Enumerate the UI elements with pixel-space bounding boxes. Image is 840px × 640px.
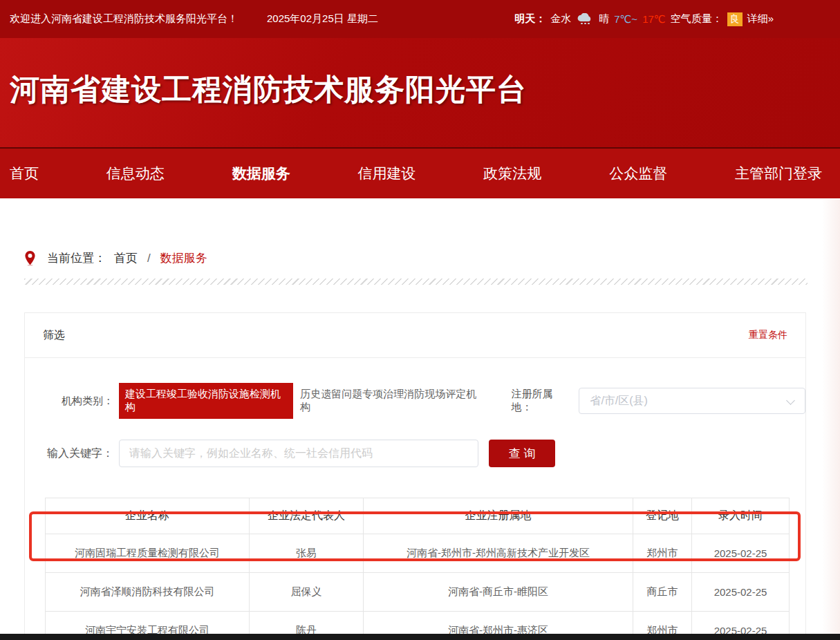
filter-panel: 筛选 重置条件 机构类别： 建设工程竣工验收消防设施检测机构 历史遗留问题专项治… <box>24 312 806 640</box>
cell-company-name: 河南固瑞工程质量检测有限公司 <box>46 534 250 573</box>
nav-item-data-service[interactable]: 数据服务 <box>232 164 290 183</box>
category-label: 机构类别： <box>25 395 113 408</box>
table-row: 河南固瑞工程质量检测有限公司 张易 河南省-郑州市-郑州高新技术产业开发区 郑州… <box>46 534 790 573</box>
main-nav: 首页 信息动态 数据服务 信用建设 政策法规 公众监督 主管部门登录 <box>0 149 840 198</box>
weather-district: 金水 <box>550 12 571 26</box>
category-option-unselected[interactable]: 历史遗留问题专项治理消防现场评定机构 <box>300 388 482 414</box>
weather-widget: 明天： 金水 晴 7℃~ 17℃ 空气质量： 良 详细» <box>514 12 774 26</box>
current-date: 2025年02月25日 星期二 <box>267 12 378 26</box>
cell-record-place: 郑州市 <box>633 534 692 573</box>
col-header-entry-date: 录入时间 <box>692 498 790 534</box>
search-button[interactable]: 查 询 <box>489 440 555 467</box>
nav-item-credit[interactable]: 信用建设 <box>357 164 416 183</box>
slash-divider <box>24 279 808 285</box>
bottom-edge-bar <box>0 634 840 640</box>
filter-panel-header: 筛选 重置条件 <box>25 313 805 358</box>
site-header: 河南省建设工程消防技术服务阳光平台 <box>0 38 840 149</box>
weather-condition: 晴 <box>599 12 609 26</box>
nav-item-admin-login[interactable]: 主管部门登录 <box>735 164 822 183</box>
region-label: 注册所属地： <box>512 388 572 414</box>
keyword-input[interactable] <box>119 440 478 467</box>
table-row: 河南省泽顺消防科技有限公司 屈保义 河南省-商丘市-睢阳区 商丘市 2025-0… <box>46 573 790 612</box>
welcome-text: 欢迎进入河南省建设工程消防技术服务阳光平台！ <box>10 12 238 26</box>
col-header-registered-location: 企业注册属地 <box>364 498 633 534</box>
location-pin-icon <box>24 250 36 266</box>
keyword-filter-row: 输入关键字： 查 询 <box>25 440 805 467</box>
temp-low: 7℃~ <box>614 13 637 26</box>
breadcrumb-prefix: 当前位置： <box>47 250 106 266</box>
region-select-placeholder: 省/市/区(县) <box>590 394 648 408</box>
weather-detail-link[interactable]: 详细» <box>747 12 774 26</box>
cell-registered-location: 河南省-商丘市-睢阳区 <box>364 573 633 612</box>
cell-entry-date: 2025-02-25 <box>692 534 790 573</box>
aqi-badge: 良 <box>727 12 743 26</box>
weather-tomorrow-label: 明天： <box>514 12 545 26</box>
aqi-label: 空气质量： <box>671 12 722 26</box>
col-header-legal-rep: 企业法定代表人 <box>250 498 364 534</box>
col-header-record-place: 登记地 <box>633 498 692 534</box>
cell-registered-location: 河南省-郑州市-郑州高新技术产业开发区 <box>364 534 633 573</box>
results-table: 企业名称 企业法定代表人 企业注册属地 登记地 录入时间 河南固瑞工程质量检测有… <box>45 498 790 640</box>
right-edge-tint <box>822 200 840 634</box>
breadcrumb-home-link[interactable]: 首页 <box>114 250 138 266</box>
cell-record-place: 商丘市 <box>633 573 692 612</box>
cell-entry-date: 2025-02-25 <box>692 573 790 612</box>
breadcrumb-current: 数据服务 <box>160 250 207 266</box>
filter-title: 筛选 <box>43 328 65 343</box>
region-select[interactable]: 省/市/区(县) <box>579 388 805 414</box>
cell-legal-rep: 张易 <box>250 534 364 573</box>
breadcrumb: 当前位置： 首页 / 数据服务 <box>24 250 207 266</box>
cloud-icon <box>576 13 594 26</box>
nav-item-supervision[interactable]: 公众监督 <box>609 164 667 183</box>
nav-item-home[interactable]: 首页 <box>10 164 39 183</box>
breadcrumb-separator: / <box>147 252 151 265</box>
top-utility-bar: 欢迎进入河南省建设工程消防技术服务阳光平台！ 2025年02月25日 星期二 明… <box>0 0 840 38</box>
results-table-wrap: 企业名称 企业法定代表人 企业注册属地 登记地 录入时间 河南固瑞工程质量检测有… <box>45 498 789 640</box>
category-option-selected[interactable]: 建设工程竣工验收消防设施检测机构 <box>119 383 293 419</box>
cell-company-name: 河南省泽顺消防科技有限公司 <box>46 573 250 612</box>
keyword-label: 输入关键字： <box>25 446 113 461</box>
chevron-down-icon <box>786 396 795 405</box>
category-filter-row: 机构类别： 建设工程竣工验收消防设施检测机构 历史遗留问题专项治理消防现场评定机… <box>25 383 805 419</box>
table-header-row: 企业名称 企业法定代表人 企业注册属地 登记地 录入时间 <box>46 498 790 534</box>
reset-filters-link[interactable]: 重置条件 <box>749 329 787 341</box>
nav-item-news[interactable]: 信息动态 <box>106 164 165 183</box>
temp-high: 17℃ <box>642 13 666 26</box>
nav-item-policy[interactable]: 政策法规 <box>483 164 541 183</box>
cell-legal-rep: 屈保义 <box>250 573 364 612</box>
site-title: 河南省建设工程消防技术服务阳光平台 <box>0 38 840 110</box>
col-header-company-name: 企业名称 <box>46 498 250 534</box>
